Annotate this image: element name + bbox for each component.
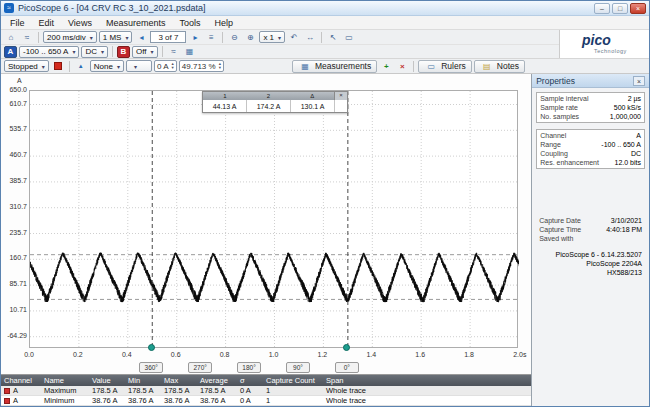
properties-close-icon[interactable]: [633, 76, 645, 86]
property-label: Saved with: [539, 235, 573, 242]
buffer-list-icon[interactable]: [204, 31, 218, 43]
ruler-legend-header[interactable]: 1 2 Δ: [203, 92, 347, 100]
channel-color-swatch: [4, 388, 10, 394]
column-header-σ[interactable]: σ: [237, 376, 263, 385]
channel-a-range-dropdown[interactable]: -100 .. 650 A: [19, 46, 79, 58]
undo-zoom-icon[interactable]: [287, 31, 301, 43]
y-tick-label: 85.71: [1, 280, 27, 287]
rulers-label: Rulers: [441, 61, 466, 71]
previous-buffer-icon[interactable]: [134, 31, 148, 43]
menu-edit[interactable]: Edit: [32, 17, 62, 29]
trigger-mode-dropdown[interactable]: None: [90, 60, 124, 72]
samples-dropdown[interactable]: 1 MS: [99, 31, 133, 43]
property-label: Coupling: [540, 150, 568, 157]
menu-views[interactable]: Views: [61, 17, 99, 29]
home-icon[interactable]: [4, 31, 18, 43]
measurement-cell: 178.5 A: [161, 386, 197, 395]
y-axis-unit: A: [17, 77, 22, 84]
x-tick-label: 0.0: [19, 351, 39, 358]
delete-measurement-button[interactable]: [395, 60, 409, 72]
column-header-value[interactable]: Value: [89, 376, 125, 385]
rulers-button[interactable]: Rulers: [418, 60, 472, 73]
samples-value: 1 MS: [103, 33, 122, 42]
timebase-dropdown[interactable]: 200 ms/div: [43, 31, 97, 43]
property-row: Sample interval2 µs: [537, 94, 644, 103]
measurements-button[interactable]: Measurements: [292, 60, 377, 73]
trigger-mode-value: None: [94, 62, 113, 71]
delta-column-header: Δ: [290, 93, 334, 99]
zoom-dropdown[interactable]: x 1: [259, 31, 285, 43]
measurement-cell: 178.5 A: [197, 386, 237, 395]
ruler-legend-close-icon[interactable]: [334, 92, 347, 100]
pointer-tool-icon[interactable]: [326, 31, 340, 43]
measurement-channel-cell: A: [1, 386, 41, 395]
menu-file[interactable]: File: [3, 17, 32, 29]
measurement-cell: 0 A: [237, 396, 263, 405]
trigger-source-dropdown[interactable]: [126, 60, 152, 72]
plot-area[interactable]: 1 2 Δ 44.13 A 174.2 A 130.1 A: [29, 90, 518, 348]
y-tick-label: 310.7: [1, 203, 27, 210]
channel-b-button[interactable]: B: [117, 46, 130, 58]
pico-brand-text: pico: [582, 32, 611, 48]
ruler-legend[interactable]: 1 2 Δ 44.13 A 174.2 A 130.1 A: [202, 91, 348, 113]
property-value: -100 .. 650 A: [601, 141, 641, 148]
zoom-in-icon[interactable]: [243, 31, 257, 43]
time-ruler-handle[interactable]: [343, 344, 350, 351]
channel-a-button[interactable]: A: [4, 46, 17, 58]
run-state-dropdown[interactable]: Stopped: [4, 60, 49, 72]
measurements-table: ChannelNameValueMinMaxAverageσCapture Co…: [1, 374, 531, 407]
probes-icon[interactable]: [183, 46, 197, 58]
y-tick-label: 460.7: [1, 151, 27, 158]
channel-a-range-value: -100 .. 650 A: [23, 47, 68, 56]
spinner-arrows-icon[interactable]: [219, 62, 221, 71]
trigger-threshold-value: 0 A: [157, 62, 169, 71]
close-button[interactable]: [630, 3, 646, 14]
divider: [321, 32, 322, 43]
zoom-out-icon[interactable]: [227, 31, 241, 43]
y-tick-label: 535.7: [1, 125, 27, 132]
waveform-canvas[interactable]: [30, 91, 519, 349]
properties-group: Capture Date3/10/2021Capture Time4:40:18…: [536, 215, 645, 244]
x-tick-label: 1.2: [312, 351, 332, 358]
properties-title: Properties: [536, 76, 575, 86]
notes-label: Notes: [497, 61, 519, 71]
column-header-name[interactable]: Name: [41, 376, 89, 385]
column-header-span[interactable]: Span: [323, 376, 531, 385]
add-measurement-button[interactable]: [379, 60, 393, 72]
stop-button[interactable]: [51, 60, 65, 72]
notes-button[interactable]: Notes: [474, 60, 525, 73]
property-value: 4:40:18 PM: [606, 226, 642, 233]
main-area: A 1 2 Δ 44.13 A 174.2 A 130.1 A: [1, 74, 649, 407]
spinner-arrows-icon[interactable]: [172, 62, 174, 71]
property-row: Capture Time4:40:18 PM: [536, 225, 645, 234]
property-row: CouplingDC: [537, 149, 644, 158]
channel-b-range-dropdown[interactable]: Off: [132, 46, 158, 58]
trigger-threshold-input[interactable]: 0 A: [154, 60, 177, 72]
maximize-button[interactable]: [612, 3, 628, 14]
zoom-window-icon[interactable]: [342, 31, 356, 43]
signal-generator-icon[interactable]: [167, 46, 181, 58]
pan-icon[interactable]: [303, 31, 317, 43]
measurement-row[interactable]: AMaximum178.5 A178.5 A178.5 A178.5 A0 A1…: [1, 386, 531, 396]
menu-tools[interactable]: Tools: [172, 17, 207, 29]
property-label: Channel: [540, 132, 566, 139]
channel-a-coupling-dropdown[interactable]: DC: [81, 46, 108, 58]
column-header-capture-count[interactable]: Capture Count: [263, 376, 323, 385]
scope-view: A 1 2 Δ 44.13 A 174.2 A 130.1 A: [1, 74, 531, 407]
pretrigger-input[interactable]: 49.713 %: [179, 60, 224, 72]
next-buffer-icon[interactable]: [188, 31, 202, 43]
minimize-button[interactable]: [594, 3, 610, 14]
column-header-channel[interactable]: Channel: [1, 376, 41, 385]
channel-color-swatch: [4, 398, 10, 404]
menu-help[interactable]: Help: [207, 17, 240, 29]
channel-setup-icon[interactable]: [20, 31, 34, 43]
column-header-max[interactable]: Max: [161, 376, 197, 385]
menu-measurements[interactable]: Measurements: [99, 17, 173, 29]
measurement-row[interactable]: AMinimum38.76 A38.76 A38.76 A38.76 A0 A1…: [1, 396, 531, 406]
column-header-min[interactable]: Min: [125, 376, 161, 385]
divider: [69, 61, 70, 72]
column-header-average[interactable]: Average: [197, 376, 237, 385]
time-ruler-handle[interactable]: [148, 344, 155, 351]
measurement-cell: Minimum: [41, 396, 89, 405]
measurement-cell: 178.5 A: [125, 386, 161, 395]
